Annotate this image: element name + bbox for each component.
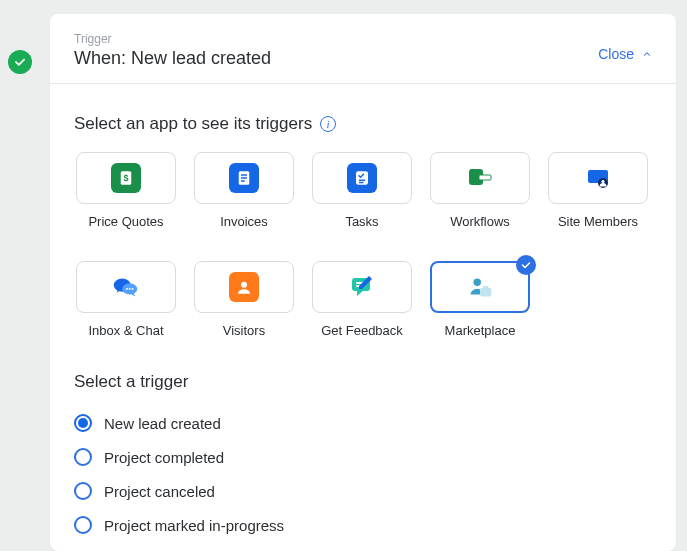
app-marketplace: Marketplace	[428, 261, 532, 356]
app-tile-invoices[interactable]	[194, 152, 294, 204]
check-icon	[13, 55, 27, 69]
panel-titles: Trigger When: New lead created	[74, 32, 271, 69]
trigger-option-new-lead[interactable]: New lead created	[74, 414, 652, 432]
app-price-quotes: $ Price Quotes	[74, 152, 178, 247]
trigger-list: New lead created Project completed Proje…	[74, 414, 652, 534]
app-get-feedback: Get Feedback	[310, 261, 414, 356]
svg-rect-3	[241, 174, 247, 176]
radio-icon	[74, 414, 92, 432]
apps-grid: $ Price Quotes Invoices	[74, 152, 652, 356]
trigger-label: Project marked in-progress	[104, 517, 284, 534]
app-invoices: Invoices	[192, 152, 296, 247]
panel-header: Trigger When: New lead created Close	[50, 14, 676, 84]
panel-title: When: New lead created	[74, 48, 271, 69]
chevron-up-icon	[642, 49, 652, 59]
svg-rect-27	[483, 286, 489, 289]
panel-eyebrow: Trigger	[74, 32, 271, 46]
svg-point-21	[241, 282, 247, 288]
step-complete-badge	[8, 50, 32, 74]
triggers-section-title: Select a trigger	[74, 372, 652, 392]
tasks-icon	[347, 163, 377, 193]
workflows-icon	[465, 163, 495, 193]
get-feedback-icon	[347, 272, 377, 302]
info-icon[interactable]: i	[320, 116, 336, 132]
app-label: Marketplace	[445, 323, 516, 338]
app-label: Invoices	[220, 214, 268, 229]
close-button[interactable]: Close	[598, 46, 652, 62]
app-label: Inbox & Chat	[88, 323, 163, 338]
app-workflows: Workflows	[428, 152, 532, 247]
app-label: Workflows	[450, 214, 510, 229]
price-quotes-icon: $	[111, 163, 141, 193]
automation-builder-step: Trigger When: New lead created Close Sel…	[0, 0, 687, 551]
svg-rect-7	[359, 180, 365, 182]
site-members-icon	[583, 163, 613, 193]
selected-check-icon	[516, 255, 536, 275]
trigger-label: Project completed	[104, 449, 224, 466]
invoices-icon	[229, 163, 259, 193]
svg-rect-11	[479, 175, 491, 180]
svg-text:$: $	[123, 173, 128, 183]
app-tasks: Tasks	[310, 152, 414, 247]
app-tile-marketplace[interactable]	[430, 261, 530, 313]
panel-body: Select an app to see its triggers i $ Pr…	[50, 84, 676, 534]
radio-icon	[74, 448, 92, 466]
svg-point-18	[126, 288, 128, 290]
app-inbox-chat: Inbox & Chat	[74, 261, 178, 356]
svg-point-15	[601, 180, 604, 183]
trigger-option-project-completed[interactable]: Project completed	[74, 448, 652, 466]
close-label: Close	[598, 46, 634, 62]
marketplace-icon	[465, 272, 495, 302]
app-label: Site Members	[558, 214, 638, 229]
trigger-label: Project canceled	[104, 483, 215, 500]
trigger-option-project-canceled[interactable]: Project canceled	[74, 482, 652, 500]
svg-point-19	[129, 288, 131, 290]
svg-point-20	[132, 288, 134, 290]
app-site-members: Site Members	[546, 152, 650, 247]
svg-point-25	[473, 279, 481, 287]
radio-icon	[74, 482, 92, 500]
apps-section-title: Select an app to see its triggers i	[74, 114, 336, 134]
visitors-icon	[229, 272, 259, 302]
app-tile-workflows[interactable]	[430, 152, 530, 204]
svg-rect-5	[241, 180, 245, 182]
svg-rect-4	[241, 177, 247, 179]
app-tile-visitors[interactable]	[194, 261, 294, 313]
app-label: Get Feedback	[321, 323, 403, 338]
svg-rect-26	[480, 288, 491, 296]
radio-icon	[74, 516, 92, 534]
app-tile-site-members[interactable]	[548, 152, 648, 204]
app-visitors: Visitors	[192, 261, 296, 356]
app-tile-tasks[interactable]	[312, 152, 412, 204]
app-label: Visitors	[223, 323, 265, 338]
app-tile-inbox-chat[interactable]	[76, 261, 176, 313]
inbox-chat-icon	[111, 272, 141, 302]
svg-rect-8	[359, 182, 364, 184]
trigger-panel: Trigger When: New lead created Close Sel…	[50, 14, 676, 551]
app-tile-get-feedback[interactable]	[312, 261, 412, 313]
app-tile-price-quotes[interactable]: $	[76, 152, 176, 204]
trigger-option-project-in-progress[interactable]: Project marked in-progress	[74, 516, 652, 534]
app-label: Tasks	[345, 214, 378, 229]
app-label: Price Quotes	[88, 214, 163, 229]
trigger-label: New lead created	[104, 415, 221, 432]
